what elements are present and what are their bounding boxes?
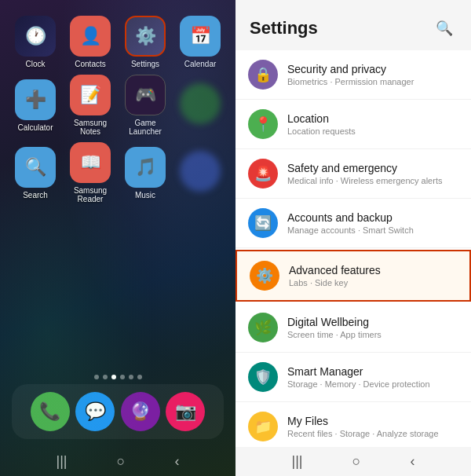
settings-icon: ⚙️ [125,16,166,57]
music-label: Music [135,191,155,200]
game-launcher-icon: 🎮 [125,75,166,115]
dot-5 [129,375,133,379]
game-launcher-label: Game Launcher [120,119,171,136]
safety-name: Safety and emergency [287,162,458,174]
blurred-icon-1 [180,83,221,124]
smart-manager-icon: 🛡️ [248,362,278,392]
dot-3-active [111,375,116,379]
safety-icon: 🚨 [248,159,278,189]
settings-item-smart-manager[interactable]: 🛡️ Smart Manager Storage · Memory · Devi… [236,353,471,402]
my-files-icon: 📁 [248,412,278,441]
accounts-name: Accounts and backup [287,211,458,224]
my-files-desc: Recent files · Storage · Analyze storage [287,429,458,438]
settings-nav-back-icon[interactable]: ‹ [410,453,414,470]
phone-nav-bar: ||| ○ ‹ [0,447,236,476]
app-calendar[interactable]: 📅 Calendar [175,16,226,68]
settings-panel: Settings 🔍 🔒 Security and privacy Biomet… [236,0,471,476]
dock-phone[interactable]: 📞 [31,392,70,431]
app-contacts[interactable]: 👤 Contacts [65,16,116,68]
calculator-label: Calculator [17,123,53,132]
dot-4 [120,375,125,379]
smart-manager-desc: Storage · Memory · Device protection [287,379,458,389]
settings-list: 🔒 Security and privacy Biometrics · Perm… [236,50,471,447]
app-row-1: 🕐 Clock 👤 Contacts ⚙️ Settings 📅 Calenda… [8,16,228,68]
samsung-reader-label: Samsung Reader [65,186,116,203]
smart-manager-name: Smart Manager [287,365,458,378]
app-clock[interactable]: 🕐 Clock [10,16,61,68]
settings-nav-bar: ||| ○ ‹ [236,447,471,476]
app-row-2: ➕ Calculator 📝 Samsung Notes 🎮 Game Laun… [8,75,228,136]
app-calculator[interactable]: ➕ Calculator [10,79,61,132]
dock-camera[interactable]: 📷 [166,392,205,431]
app-blurred-1 [175,83,226,127]
clock-icon: 🕐 [15,16,56,57]
app-game-launcher[interactable]: 🎮 Game Launcher [120,75,171,136]
calendar-label: Calendar [184,60,217,68]
my-files-text: My Files Recent files · Storage · Analyz… [287,415,458,438]
settings-search-button[interactable]: 🔍 [432,16,457,41]
settings-nav-recents-icon[interactable]: ||| [292,453,303,470]
settings-item-advanced[interactable]: ⚙️ Advanced features Labs · Side key [236,250,471,302]
app-blurred-2 [175,151,226,195]
dock-bixby[interactable]: 🔮 [121,392,160,431]
settings-item-accounts[interactable]: 🔄 Accounts and backup Manage accounts · … [236,199,471,248]
dot-6 [137,375,142,379]
samsung-notes-icon: 📝 [70,75,111,115]
location-icon: 📍 [248,109,278,139]
search-app-icon: 🔍 [15,147,56,188]
settings-label: Settings [131,60,159,68]
nav-recents-icon[interactable]: ||| [57,453,68,470]
security-name: Security and privacy [287,63,458,75]
app-samsung-notes[interactable]: 📝 Samsung Notes [65,75,116,136]
safety-text: Safety and emergency Medical info · Wire… [287,162,458,185]
location-name: Location [287,112,458,125]
app-dock: 📞 💬 🔮 📷 [12,384,224,439]
my-files-name: My Files [287,415,458,427]
dock-messages[interactable]: 💬 [75,392,115,431]
wellbeing-name: Digital Wellbeing [287,316,458,328]
app-settings[interactable]: ⚙️ Settings [120,16,171,68]
settings-nav-home-icon[interactable]: ○ [352,453,361,470]
music-icon: 🎵 [125,147,166,188]
nav-home-icon[interactable]: ○ [117,453,126,470]
blurred-icon-2 [180,151,221,192]
dot-2 [103,375,108,379]
app-grid: 🕐 Clock 👤 Contacts ⚙️ Settings 📅 Calenda… [0,0,236,370]
settings-header: Settings 🔍 [236,0,471,50]
app-music[interactable]: 🎵 Music [120,147,171,200]
app-samsung-reader[interactable]: 📖 Samsung Reader [65,142,116,203]
contacts-label: Contacts [75,60,105,68]
settings-item-my-files[interactable]: 📁 My Files Recent files · Storage · Anal… [236,402,471,447]
advanced-icon: ⚙️ [250,261,279,291]
settings-item-wellbeing[interactable]: 🌿 Digital Wellbeing Screen time · App ti… [236,303,471,353]
calendar-icon: 📅 [180,16,221,57]
contacts-icon: 👤 [70,16,111,57]
samsung-notes-label: Samsung Notes [65,119,116,136]
search-icon: 🔍 [436,20,453,37]
location-text: Location Location requests [287,112,458,136]
accounts-desc: Manage accounts · Smart Switch [287,225,458,235]
safety-desc: Medical info · Wireless emergency alerts [287,176,458,185]
accounts-text: Accounts and backup Manage accounts · Sm… [287,211,458,235]
settings-title: Settings [250,18,318,38]
nav-back-icon[interactable]: ‹ [174,453,179,470]
settings-item-safety[interactable]: 🚨 Safety and emergency Medical info · Wi… [236,149,471,199]
advanced-text: Advanced features Labs · Side key [289,264,457,287]
location-desc: Location requests [287,126,458,136]
phone-screen: 🕐 Clock 👤 Contacts ⚙️ Settings 📅 Calenda… [0,0,236,476]
clock-label: Clock [25,60,45,68]
security-icon: 🔒 [248,60,278,90]
search-label: Search [23,191,48,200]
smart-manager-text: Smart Manager Storage · Memory · Device … [287,365,458,389]
security-desc: Biometrics · Permission manager [287,77,458,86]
advanced-desc: Labs · Side key [289,278,457,287]
app-search[interactable]: 🔍 Search [10,147,61,200]
calculator-icon: ➕ [15,79,56,120]
security-text: Security and privacy Biometrics · Permis… [287,63,458,86]
samsung-reader-icon: 📖 [70,142,111,183]
dot-1 [94,375,99,379]
settings-item-security[interactable]: 🔒 Security and privacy Biometrics · Perm… [236,50,471,100]
settings-item-location[interactable]: 📍 Location Location requests [236,100,471,149]
wellbeing-desc: Screen time · App timers [287,330,458,339]
advanced-name: Advanced features [289,264,457,276]
